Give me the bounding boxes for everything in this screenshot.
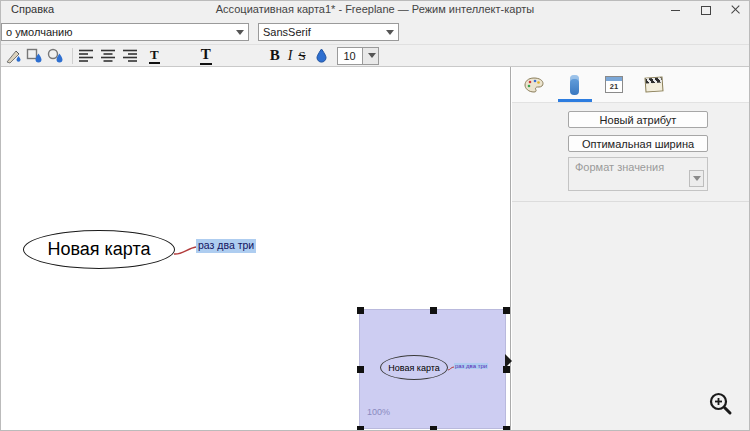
chevron-down-icon [236,30,244,35]
zoom-level-label: 100% [367,407,390,417]
background-color-icon[interactable] [47,46,64,66]
font-family-value: SansSerif [263,26,382,38]
font-color-button[interactable] [316,46,327,66]
minimize-icon[interactable] [671,5,681,15]
format-toolbar: T T B I S 10 [1,45,749,67]
map-preview-box[interactable]: Новая карта раз два три 100% [359,309,506,429]
toolbar-separator [72,48,73,64]
map-canvas[interactable]: Новая карта раз два три Новая карта раз … [1,67,511,431]
tab-attributes[interactable] [554,68,594,102]
resize-handle-bottom-left[interactable] [357,426,364,431]
chevron-down-icon [386,30,394,35]
text-format-large-icon: T [200,47,212,65]
pen-icon [5,48,22,64]
node-style-dropdown[interactable]: о умолчанию [1,23,249,41]
strikethrough-icon: S [298,49,305,62]
maximize-icon[interactable] [701,5,711,15]
window-title: Ассоциативная карта1* - Freeplane — Режи… [1,3,749,15]
resize-handle-bottom-right[interactable] [503,426,510,431]
resize-handle-top-left[interactable] [357,307,364,314]
align-center-icon [101,49,117,62]
optimal-width-button[interactable]: Оптимальная ширина [568,135,708,152]
strikethrough-button[interactable]: S [298,46,305,66]
resize-handle-top-right[interactable] [503,307,510,314]
attributes-icon [570,75,579,95]
attributes-panel: 21 Новый атрибут Оптимальная ширина Форм… [512,67,750,431]
text-format-icon: T [149,48,160,64]
chevron-down-icon [368,53,376,58]
panel-collapse-arrow[interactable] [505,354,512,368]
square-drop-icon [26,48,43,64]
calendar-day-number: 21 [610,81,618,92]
clapperboard-icon [644,76,663,92]
clear-formatting-button[interactable]: T [200,46,212,66]
font-size-value: 10 [337,47,363,65]
tab-scripting[interactable] [634,68,674,102]
magnifier-plus-icon [708,391,734,417]
window-controls [671,1,741,19]
new-attribute-button[interactable]: Новый атрибут [568,111,708,128]
format-painter-icon[interactable] [5,46,22,66]
circle-drop-icon [47,48,64,64]
format-node-text-button[interactable]: T [149,46,160,66]
edge-root-child [174,247,196,254]
zoom-button[interactable] [707,390,735,418]
active-tab-indicator [558,99,592,102]
style-toolbar: о умолчанию SansSerif [1,19,749,45]
align-left-button[interactable] [79,46,95,66]
mini-root-node: Новая карта [380,355,448,380]
resize-handle-bottom-middle[interactable] [430,426,437,431]
value-format-dropdown[interactable] [689,170,704,187]
palette-icon [524,77,544,93]
tab-calendar[interactable]: 21 [594,68,634,102]
italic-icon: I [288,49,293,63]
align-center-button[interactable] [101,46,117,66]
resize-handle-middle-left[interactable] [357,366,364,373]
node-color-icon[interactable] [26,46,43,66]
child-node-selected[interactable]: раз два три [196,239,256,253]
value-format-group: Формат значения [568,157,708,191]
color-drop-icon [316,48,327,63]
italic-button[interactable]: I [288,46,293,66]
freeplane-window: Справка Ассоциативная карта1* - Freeplan… [0,0,750,431]
mini-child-node: раз два три [454,363,488,369]
panel-divider [512,201,750,202]
close-icon[interactable] [731,5,741,15]
tab-format[interactable] [514,68,554,102]
panel-tabs: 21 [512,67,750,103]
titlebar: Справка Ассоциативная карта1* - Freeplan… [1,1,749,19]
bold-icon: B [270,48,280,63]
root-node[interactable]: Новая карта [23,230,175,269]
bold-button[interactable]: B [270,46,280,66]
align-right-icon [123,49,139,62]
align-right-button[interactable] [123,46,139,66]
value-format-label: Формат значения [575,161,664,173]
chevron-down-icon [693,176,701,181]
node-style-value: о умолчанию [6,26,232,38]
resize-handle-top-middle[interactable] [430,307,437,314]
font-family-dropdown[interactable]: SansSerif [258,23,399,41]
font-size-dropdown[interactable] [363,47,379,65]
align-left-icon [79,49,95,62]
font-size-spinner[interactable]: 10 [337,47,379,65]
calendar-icon: 21 [605,76,623,93]
